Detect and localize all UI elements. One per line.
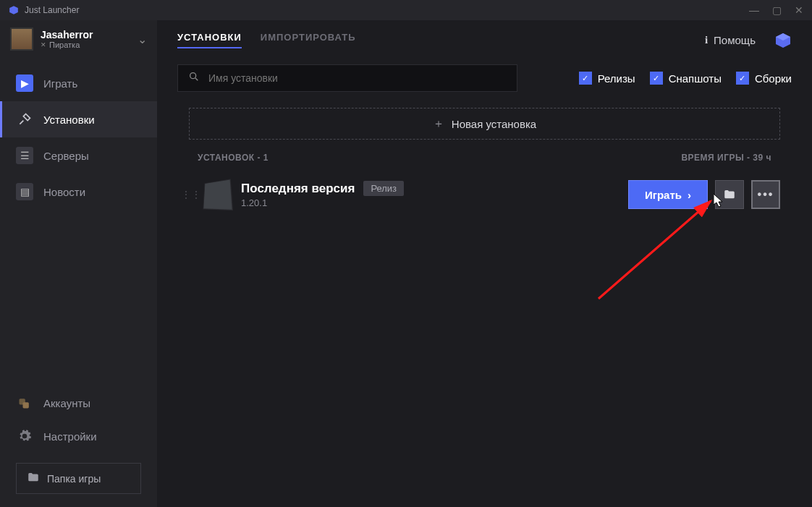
server-icon: ☰ xyxy=(16,147,33,164)
more-options-button[interactable]: ••• xyxy=(751,180,780,209)
filter-builds[interactable]: ✓ Сборки xyxy=(736,72,792,85)
install-row: ⋮⋮ Последняя версия Релиз 1.20.1 xyxy=(157,170,812,219)
game-folder-label: Папка игры xyxy=(47,473,101,485)
sidebar-item-label: Установки xyxy=(43,114,95,126)
plus-icon: ＋ xyxy=(433,116,444,132)
play-button-label: Играть xyxy=(645,189,682,201)
release-tag: Релиз xyxy=(363,181,404,196)
checkbox-icon: ✓ xyxy=(650,72,663,85)
accounts-icon xyxy=(16,394,33,412)
drag-handle-icon[interactable]: ⋮⋮ xyxy=(180,189,202,200)
open-folder-button[interactable] xyxy=(715,180,744,209)
sidebar-item-settings[interactable]: Настройки xyxy=(0,419,157,453)
cube-icon[interactable] xyxy=(774,32,792,49)
maximize-button[interactable]: ▢ xyxy=(772,4,782,16)
svg-rect-2 xyxy=(23,402,29,408)
chevron-down-icon: ⌄ xyxy=(138,33,147,46)
app-title: Just Launcher xyxy=(25,5,79,15)
checkbox-icon: ✓ xyxy=(736,72,749,85)
titlebar: Just Launcher — ▢ ✕ xyxy=(0,0,812,20)
sidebar-item-label: Новости xyxy=(43,186,85,198)
new-install-button[interactable]: ＋ Новая установка xyxy=(189,108,780,140)
checkbox-icon: ✓ xyxy=(579,72,592,85)
tab-installs[interactable]: УСТАНОВКИ xyxy=(177,32,242,48)
app-logo-icon xyxy=(9,5,19,15)
new-install-label: Новая установка xyxy=(452,118,536,130)
gear-icon xyxy=(16,427,33,445)
sidebar-item-servers[interactable]: ☰ Серверы xyxy=(0,137,157,174)
playtime-label: ВРЕМЯ ИГРЫ - 39 ч xyxy=(681,153,771,163)
main-panel: УСТАНОВКИ ИМПОРТИРОВАТЬ i Помощь xyxy=(157,20,812,507)
svg-point-5 xyxy=(190,73,196,79)
sidebar-item-news[interactable]: ▤ Новости xyxy=(0,174,157,210)
play-button[interactable]: Играть › xyxy=(628,180,708,209)
help-link[interactable]: i Помощь xyxy=(705,34,756,46)
help-label: Помощь xyxy=(714,34,756,46)
news-icon: ▤ xyxy=(16,183,33,200)
profile-subtitle: Пиратка xyxy=(41,41,130,49)
install-title: Последняя версия xyxy=(241,182,355,196)
filter-releases[interactable]: ✓ Релизы xyxy=(579,72,635,85)
sidebar-item-installs[interactable]: Установки xyxy=(0,101,157,137)
sidebar-item-label: Аккаунты xyxy=(43,397,90,409)
folder-icon xyxy=(27,471,40,486)
filter-label: Релизы xyxy=(598,72,635,85)
version-icon xyxy=(203,179,233,210)
tab-import[interactable]: ИМПОРТИРОВАТЬ xyxy=(261,32,356,48)
install-count-label: УСТАНОВОК - 1 xyxy=(198,153,268,163)
sidebar-item-label: Настройки xyxy=(43,430,97,443)
play-icon: ▶ xyxy=(16,74,33,92)
sidebar-item-play[interactable]: ▶ Играть xyxy=(0,65,157,101)
sidebar-item-accounts[interactable]: Аккаунты xyxy=(0,386,157,419)
svg-marker-0 xyxy=(9,6,18,14)
chevron-right-icon: › xyxy=(688,189,691,201)
folder-icon xyxy=(723,188,736,201)
search-input[interactable] xyxy=(208,72,507,84)
close-button[interactable]: ✕ xyxy=(795,4,803,16)
sidebar-item-label: Серверы xyxy=(43,150,89,162)
filter-label: Снапшоты xyxy=(669,72,722,85)
info-icon: i xyxy=(705,34,708,46)
dots-icon: ••• xyxy=(758,188,774,201)
sidebar-item-label: Играть xyxy=(43,77,77,90)
sidebar: Jasaherror Пиратка ⌄ ▶ Играть Установки xyxy=(0,20,157,507)
filter-snapshots[interactable]: ✓ Снапшоты xyxy=(650,72,722,85)
search-icon xyxy=(188,71,200,85)
search-input-wrapper[interactable] xyxy=(177,64,517,92)
avatar xyxy=(10,27,33,51)
profile-switcher[interactable]: Jasaherror Пиратка ⌄ xyxy=(0,20,157,58)
tools-icon xyxy=(16,111,33,128)
minimize-button[interactable]: — xyxy=(749,4,759,16)
game-folder-button[interactable]: Папка игры xyxy=(16,463,141,494)
profile-name: Jasaherror xyxy=(41,29,130,41)
install-version: 1.20.1 xyxy=(241,197,404,208)
filter-label: Сборки xyxy=(755,72,792,85)
